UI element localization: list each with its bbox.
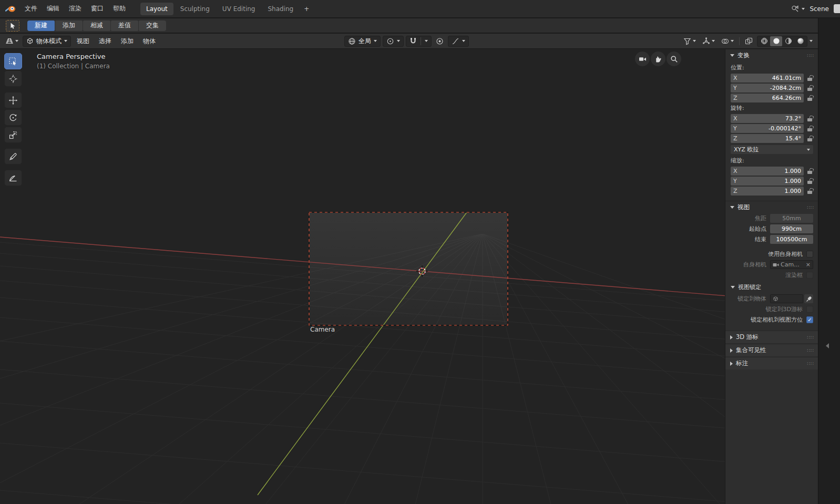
active-tool-indicator[interactable] xyxy=(6,20,19,32)
panel-annotations-header[interactable]: 标注 ∷∷ xyxy=(725,357,818,369)
workspace-tab-sculpting[interactable]: Sculpting xyxy=(175,3,216,15)
mode-dropdown[interactable]: 物体模式 xyxy=(23,36,71,47)
location-z-row: Z664.26cm xyxy=(731,94,813,102)
scene-name[interactable]: Scene xyxy=(807,4,831,14)
panel-3d-cursor-header[interactable]: 3D 游标 ∷∷ xyxy=(725,331,818,343)
drag-grip-icon[interactable]: ∷∷ xyxy=(807,53,814,58)
pan-view-button[interactable] xyxy=(651,52,665,66)
clip-end-field[interactable]: 100500cm xyxy=(770,235,813,244)
visibility-filter-dropdown[interactable] xyxy=(681,36,698,47)
scale-y-row: Y1.000 xyxy=(731,177,813,186)
lock-object-selector[interactable] xyxy=(770,294,803,303)
menu-window[interactable]: 窗口 xyxy=(86,3,108,15)
rotation-y-field[interactable]: Y-0.000142° xyxy=(731,124,804,133)
scale-z-lock-button[interactable] xyxy=(806,187,813,196)
rotation-x-lock-button[interactable] xyxy=(806,114,813,123)
proportional-falloff-dropdown[interactable] xyxy=(448,36,469,47)
lock-to-object-row: 锁定到物体 xyxy=(731,294,813,303)
lock-3d-cursor-checkbox[interactable] xyxy=(806,306,813,313)
menu-object[interactable]: 物体 xyxy=(139,35,159,47)
zoom-view-button[interactable] xyxy=(667,52,681,66)
chevron-down-icon[interactable] xyxy=(802,8,805,10)
menu-render[interactable]: 渲染 xyxy=(64,3,86,15)
toggle-camera-view-button[interactable] xyxy=(635,52,650,66)
shading-solid-button[interactable] xyxy=(770,36,782,46)
add-workspace-button[interactable]: + xyxy=(300,3,313,15)
scale-y-lock-button[interactable] xyxy=(806,177,813,186)
rotation-mode-dropdown[interactable]: XYZ 欧拉 xyxy=(731,145,813,154)
toolbar-gap xyxy=(4,166,22,169)
overlays-dropdown[interactable] xyxy=(719,36,736,47)
focal-length-field[interactable]: 50mm xyxy=(770,214,813,223)
xray-toggle[interactable] xyxy=(743,36,755,47)
tool-rotate[interactable] xyxy=(4,109,22,126)
shading-options-chevron-icon[interactable] xyxy=(810,40,813,42)
location-z-field[interactable]: Z664.26cm xyxy=(731,94,804,102)
rotation-x-field[interactable]: X73.2° xyxy=(731,114,804,123)
scale-y-field[interactable]: Y1.000 xyxy=(731,177,804,186)
local-camera-selector[interactable]: Cam... × xyxy=(770,260,813,269)
drag-grip-icon[interactable]: ∷∷ xyxy=(807,348,814,353)
select-mode-new-button[interactable]: 新建 xyxy=(27,20,55,31)
drag-grip-icon[interactable]: ∷∷ xyxy=(807,335,814,340)
panel-transform-header[interactable]: 变换 ∷∷ xyxy=(725,49,818,61)
tool-select-box[interactable] xyxy=(4,53,22,69)
scale-z-field[interactable]: Z1.000 xyxy=(731,187,804,196)
pivot-point-icon xyxy=(386,37,394,45)
location-x-lock-button[interactable] xyxy=(806,74,813,83)
menu-help[interactable]: 帮助 xyxy=(108,3,130,15)
menu-select[interactable]: 选择 xyxy=(95,35,115,47)
workspace-tab-layout[interactable]: Layout xyxy=(140,3,173,15)
select-mode-extend-button[interactable]: 添加 xyxy=(55,20,83,31)
tool-annotate[interactable] xyxy=(4,148,22,164)
editor-type-button[interactable] xyxy=(3,36,21,47)
show-gizmo-dropdown[interactable] xyxy=(700,36,717,47)
blender-logo-icon[interactable] xyxy=(5,5,16,13)
render-region-checkbox[interactable] xyxy=(806,272,813,279)
drag-grip-icon[interactable]: ∷∷ xyxy=(807,361,814,366)
tool-measure[interactable] xyxy=(4,170,22,186)
view-lock-subpanel-header[interactable]: 视图锁定 xyxy=(731,283,813,291)
menu-view[interactable]: 视图 xyxy=(73,35,93,47)
workspace-tab-uv-editing[interactable]: UV Editing xyxy=(217,3,261,15)
scale-x-field[interactable]: X1.000 xyxy=(731,167,804,176)
proportional-editing-toggle[interactable] xyxy=(434,36,446,47)
panel-view-header[interactable]: 视图 ∷∷ xyxy=(725,201,818,213)
workspace-tab-shading[interactable]: Shading xyxy=(262,3,299,15)
panel-collections-visibility-header[interactable]: 集合可见性 ∷∷ xyxy=(725,344,818,356)
snap-control[interactable] xyxy=(406,36,432,47)
pivot-point-dropdown[interactable] xyxy=(383,36,404,47)
3d-viewport[interactable]: Camera Perspective (1) Collection | Came… xyxy=(0,49,840,504)
scale-x-lock-button[interactable] xyxy=(806,167,813,176)
menu-edit[interactable]: 编辑 xyxy=(42,3,64,15)
scene-selector: Scene xyxy=(791,4,840,14)
shading-rendered-button[interactable] xyxy=(794,36,806,46)
menu-add[interactable]: 添加 xyxy=(117,35,137,47)
shading-wireframe-button[interactable] xyxy=(758,36,770,46)
select-mode-difference-button[interactable]: 差值 xyxy=(111,20,138,31)
location-z-lock-button[interactable] xyxy=(806,94,813,102)
lock-camera-to-view-checkbox[interactable]: ✓ xyxy=(806,316,813,323)
location-y-field[interactable]: Y-2084.2cm xyxy=(731,84,804,92)
clear-icon[interactable]: × xyxy=(806,261,811,268)
clip-start-field[interactable]: 990cm xyxy=(770,224,813,233)
rotation-y-lock-button[interactable] xyxy=(806,124,813,133)
location-y-lock-button[interactable] xyxy=(806,84,813,92)
location-x-field[interactable]: X461.01cm xyxy=(731,74,804,83)
rotation-z-lock-button[interactable] xyxy=(806,134,813,143)
tool-move[interactable] xyxy=(4,92,22,108)
eyedropper-button[interactable] xyxy=(804,294,813,303)
collapse-region-icon[interactable] xyxy=(826,343,829,348)
shading-material-button[interactable] xyxy=(782,36,794,46)
tool-cursor[interactable] xyxy=(4,70,22,87)
drag-grip-icon[interactable]: ∷∷ xyxy=(807,205,814,210)
select-mode-subtract-button[interactable]: 相减 xyxy=(83,20,110,31)
tool-scale[interactable] xyxy=(4,127,22,143)
orientation-globe-icon xyxy=(348,37,356,45)
rotation-z-field[interactable]: Z15.4° xyxy=(731,134,804,143)
select-mode-intersect-button[interactable]: 交集 xyxy=(139,20,166,31)
new-scene-button[interactable] xyxy=(834,4,840,13)
use-local-camera-checkbox[interactable] xyxy=(806,251,813,258)
transform-orientation-dropdown[interactable]: 全局 xyxy=(344,36,381,47)
menu-file[interactable]: 文件 xyxy=(20,3,42,15)
